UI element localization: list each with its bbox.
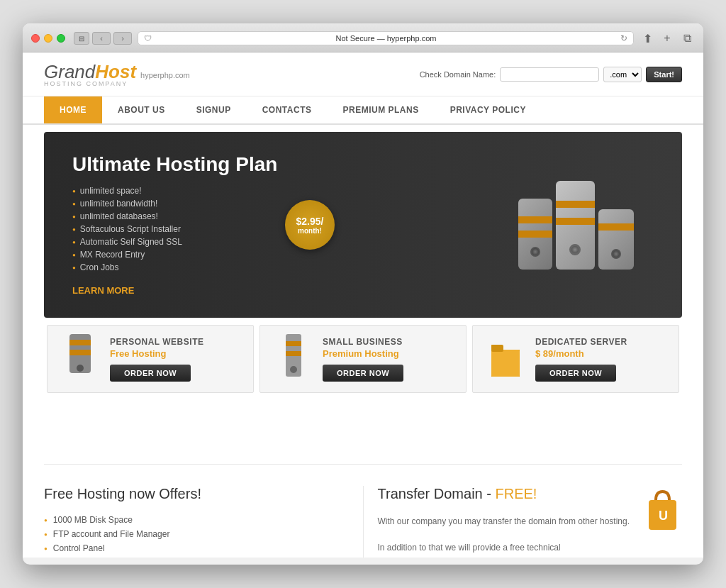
- free-hosting-title: Free Hosting now Offers!: [44, 486, 349, 502]
- browser-window: ⊟ ‹ › 🛡 Not Secure — hyperphp.com ↻ ⬆ + …: [23, 23, 703, 565]
- sidebar-toggle[interactable]: ⊟: [74, 32, 89, 45]
- server-unit-left: [518, 199, 552, 270]
- svg-point-3: [77, 365, 84, 372]
- browser-actions: ⬆ + ⧉: [640, 30, 695, 46]
- transfer-domain-text-area: Transfer Domain - FREE! With our company…: [378, 486, 632, 555]
- reload-icon[interactable]: ↻: [620, 33, 627, 43]
- transfer-domain-title: Transfer Domain - FREE!: [378, 486, 632, 502]
- browser-controls: ⊟ ‹ ›: [74, 32, 132, 45]
- transfer-domain-inner: Transfer Domain - FREE! With our company…: [378, 486, 683, 555]
- plan-title-personal: PERSONAL WEBSITE: [110, 337, 242, 347]
- traffic-lights: [31, 34, 65, 43]
- feature-7: Cron Jobs: [72, 262, 498, 272]
- plan-icon-business: [272, 334, 314, 384]
- server-visual: [518, 181, 634, 270]
- transfer-text-2: In addition to that we will provide a fr…: [378, 541, 632, 555]
- logo-domain: hyperphp.com: [140, 71, 190, 79]
- nav-premium[interactable]: PREMIUM PLANS: [327, 96, 434, 123]
- free-feature-2: FTP account and File Manager: [44, 529, 349, 539]
- lower-col-left: Free Hosting now Offers! 1000 MB Disk Sp…: [44, 486, 364, 558]
- order-business-button[interactable]: ORDER NOW: [323, 365, 403, 382]
- share-button[interactable]: ⬆: [640, 30, 655, 46]
- svg-rect-1: [69, 340, 91, 345]
- feature-5: Automatic Self Signed SSL: [72, 237, 498, 247]
- address-bar[interactable]: 🛡 Not Secure — hyperphp.com ↻: [138, 31, 634, 45]
- price-value: $2.95/: [296, 216, 324, 227]
- hero-title: Ultimate Hosting Plan: [72, 153, 498, 176]
- fullscreen-button[interactable]: [57, 34, 65, 43]
- svg-rect-2: [69, 350, 91, 355]
- hero-banner: Ultimate Hosting Plan unlimited space! u…: [44, 132, 682, 318]
- nav-about[interactable]: ABOUT US: [102, 96, 181, 123]
- plan-subtitle-personal: Free Hosting: [110, 348, 242, 359]
- logo-subtitle: HOSTING COMPANY: [44, 80, 190, 87]
- site-navigation: HOME ABOUT US SIGNUP CONTACTS PREMIUM PL…: [23, 96, 703, 125]
- plan-dedicated: DEDICATED SERVER $ 89/month ORDER NOW: [472, 325, 679, 393]
- svg-rect-6: [286, 351, 301, 356]
- lower-section: Free Hosting now Offers! 1000 MB Disk Sp…: [44, 464, 682, 558]
- website-content: GrandHost hyperphp.com HOSTING COMPANY C…: [23, 52, 703, 558]
- spacer: [23, 400, 703, 443]
- order-dedicated-button[interactable]: ORDER NOW: [535, 365, 616, 382]
- plan-info-dedicated: DEDICATED SERVER $ 89/month ORDER NOW: [535, 337, 667, 382]
- back-button[interactable]: ‹: [92, 32, 111, 45]
- svg-point-7: [290, 366, 297, 373]
- minimize-button[interactable]: [44, 34, 52, 43]
- plan-icon-dedicated: [484, 334, 527, 384]
- nav-privacy[interactable]: PRIVACY POLICY: [435, 96, 542, 123]
- domain-ext-select[interactable]: .com .net .org: [603, 67, 642, 82]
- hero-image: [498, 181, 654, 270]
- learn-more-link[interactable]: LEARN MORE: [72, 285, 134, 296]
- plan-icon-personal: [59, 334, 101, 384]
- price-period: month!: [298, 227, 322, 235]
- close-button[interactable]: [31, 34, 40, 43]
- plan-info-personal: PERSONAL WEBSITE Free Hosting ORDER NOW: [110, 337, 242, 382]
- free-hosting-features: 1000 MB Disk Space FTP account and File …: [44, 515, 349, 553]
- svg-rect-9: [491, 345, 503, 352]
- domain-check-input[interactable]: [500, 67, 599, 82]
- plan-personal: PERSONAL WEBSITE Free Hosting ORDER NOW: [47, 325, 254, 393]
- bag-icon-area: U: [643, 486, 682, 538]
- svg-rect-8: [491, 350, 520, 377]
- plan-subtitle-business: Premium Hosting: [323, 348, 454, 359]
- feature-2: unlimited bandwidth!: [72, 199, 498, 209]
- security-icon: 🛡: [144, 34, 152, 43]
- logo-area: GrandHost hyperphp.com HOSTING COMPANY: [44, 61, 190, 87]
- plan-title-dedicated: DEDICATED SERVER: [535, 337, 667, 347]
- nav-signup[interactable]: SIGNUP: [181, 96, 247, 123]
- domain-check-label: Check Domain Name:: [420, 70, 496, 79]
- start-button[interactable]: Start!: [646, 67, 682, 82]
- server-unit-center: [556, 181, 595, 270]
- plan-subtitle-dedicated: $ 89/month: [535, 348, 667, 359]
- url-text: Not Secure — hyperphp.com: [156, 34, 616, 43]
- tabs-button[interactable]: ⧉: [679, 30, 695, 46]
- free-feature-3: Control Panel: [44, 543, 349, 553]
- lower-col-right: Transfer Domain - FREE! With our company…: [364, 486, 683, 558]
- price-badge: $2.95/ month!: [285, 200, 335, 250]
- site-header: GrandHost hyperphp.com HOSTING COMPANY C…: [23, 52, 703, 96]
- svg-text:U: U: [659, 509, 668, 523]
- domain-check-area: Check Domain Name: .com .net .org Start!: [420, 67, 682, 82]
- transfer-text-1: With our company you may transfer the do…: [378, 515, 632, 528]
- browser-titlebar: ⊟ ‹ › 🛡 Not Secure — hyperphp.com ↻ ⬆ + …: [23, 23, 703, 52]
- order-personal-button[interactable]: ORDER NOW: [110, 365, 191, 382]
- new-tab-button[interactable]: +: [659, 30, 675, 46]
- transfer-free-highlight: FREE!: [495, 486, 537, 501]
- nav-contacts[interactable]: CONTACTS: [247, 96, 328, 123]
- free-feature-1: 1000 MB Disk Space: [44, 515, 349, 525]
- feature-6: MX Record Entry: [72, 250, 498, 260]
- plans-row: PERSONAL WEBSITE Free Hosting ORDER NOW: [44, 325, 682, 393]
- forward-button[interactable]: ›: [113, 32, 132, 45]
- feature-1: unlimited space!: [72, 186, 498, 196]
- plan-title-business: SMALL BUSINESS: [323, 337, 454, 347]
- nav-home[interactable]: HOME: [44, 96, 102, 123]
- server-unit-right: [598, 209, 634, 270]
- plan-business: SMALL BUSINESS Premium Hosting ORDER NOW: [259, 325, 467, 393]
- svg-rect-5: [286, 341, 301, 346]
- plan-info-business: SMALL BUSINESS Premium Hosting ORDER NOW: [323, 337, 454, 382]
